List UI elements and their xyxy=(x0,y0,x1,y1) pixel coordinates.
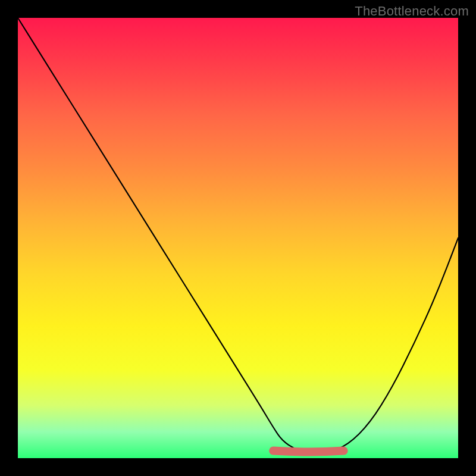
bottleneck-curve xyxy=(18,18,458,454)
plot-area xyxy=(18,18,458,458)
chart-frame: TheBottleneck.com xyxy=(0,0,476,476)
optimal-range-marker xyxy=(273,451,343,452)
watermark-text: TheBottleneck.com xyxy=(355,4,469,19)
chart-svg xyxy=(18,18,458,458)
